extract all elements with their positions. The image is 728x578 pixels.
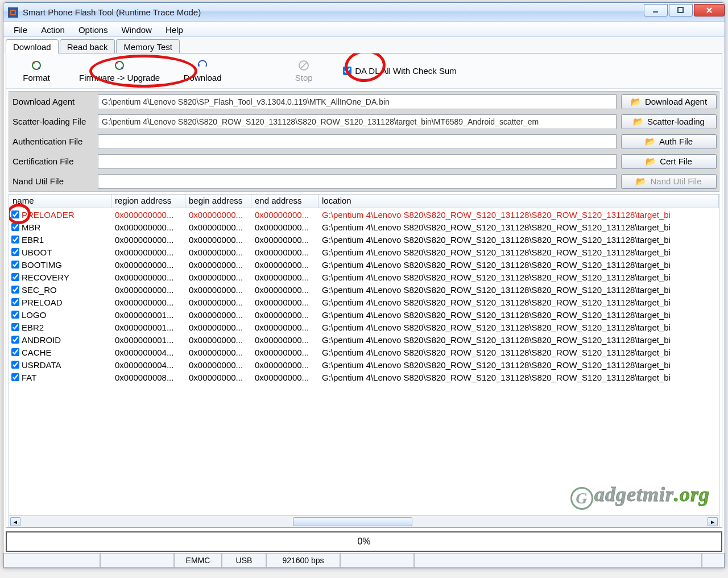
row-location: G:\pentium 4\Lenovo S820\S820_ROW_S120_1… (318, 272, 719, 283)
firmware-upgrade-icon (113, 59, 126, 72)
table-row[interactable]: EBR20x000000001...0x00000000...0x0000000… (9, 321, 719, 333)
row-checkbox[interactable] (11, 286, 19, 294)
row-checkbox[interactable] (11, 210, 19, 218)
table-row[interactable]: PRELOAD0x000000000...0x00000000...0x0000… (9, 296, 719, 308)
row-checkbox[interactable] (11, 223, 19, 231)
table-row[interactable]: RECOVERY0x000000000...0x00000000...0x000… (9, 271, 719, 283)
table-row[interactable]: CACHE0x000000004...0x00000000...0x000000… (9, 346, 719, 358)
format-button[interactable]: Format (12, 57, 61, 85)
tab-read-back[interactable]: Read back (60, 39, 115, 53)
row-name: PRELOAD (22, 298, 63, 307)
partition-table-body[interactable]: PRELOADER0x000000000...0x00000000...0x00… (9, 208, 719, 515)
row-end: 0x00000000... (251, 297, 318, 308)
row-begin: 0x00000000... (185, 222, 251, 233)
horizontal-scrollbar[interactable]: ◄ ► (9, 515, 719, 527)
col-begin[interactable]: begin address (185, 195, 251, 208)
row-checkbox[interactable] (11, 261, 19, 269)
tab-panel-download: Format Firmware -> Upgrade Download Stop (6, 53, 722, 528)
status-cell-usb: USB (222, 554, 266, 568)
row-location: G:\pentium 4\Lenovo S820\S820_ROW_S120_1… (318, 309, 719, 320)
scroll-right-icon[interactable]: ► (708, 517, 718, 526)
menu-options[interactable]: Options (72, 24, 115, 36)
partition-table: name region address begin address end ad… (9, 194, 719, 527)
progress-text: 0% (357, 536, 370, 547)
tab-memory-test[interactable]: Memory Test (116, 39, 180, 53)
cert-browse[interactable]: 📂Cert File (621, 154, 717, 169)
cert-field[interactable] (98, 154, 617, 169)
download-agent-field[interactable]: G:\pentium 4\Lenovo S820\SP_Flash_Tool_v… (98, 94, 617, 109)
scatter-browse[interactable]: 📂Scatter-loading (621, 114, 717, 129)
da-checksum-label: DA DL All With Check Sum (355, 66, 457, 76)
table-row[interactable]: SEC_RO0x000000000...0x00000000...0x00000… (9, 283, 719, 296)
folder-icon: 📂 (633, 117, 644, 127)
row-checkbox[interactable] (11, 323, 19, 331)
table-row[interactable]: EBR10x000000000...0x00000000...0x0000000… (9, 233, 719, 246)
da-checksum-checkbox[interactable] (343, 67, 351, 75)
progress-bar: 0% (6, 531, 722, 552)
table-row[interactable]: UBOOT0x000000000...0x00000000...0x000000… (9, 246, 719, 258)
row-begin: 0x00000000... (185, 272, 251, 283)
status-cell-1 (100, 554, 174, 568)
row-checkbox[interactable] (11, 311, 19, 319)
menu-file[interactable]: File (7, 24, 34, 36)
scatter-field[interactable]: G:\pentium 4\Lenovo S820\S820_ROW_S120_1… (98, 114, 617, 129)
menu-help[interactable]: Help (159, 24, 190, 36)
row-end: 0x00000000... (251, 372, 318, 383)
row-checkbox[interactable] (11, 361, 19, 369)
table-row[interactable]: USRDATA0x000000004...0x00000000...0x0000… (9, 358, 719, 371)
row-checkbox[interactable] (11, 236, 19, 243)
scroll-left-icon[interactable]: ◄ (10, 517, 20, 526)
scroll-thumb[interactable] (293, 517, 412, 526)
stop-label: Stop (295, 73, 313, 82)
row-region: 0x000000000... (111, 259, 185, 270)
table-row[interactable]: ANDROID0x000000001...0x00000000...0x0000… (9, 333, 719, 346)
row-location: G:\pentium 4\Lenovo S820\S820_ROW_S120_1… (318, 322, 719, 333)
col-end[interactable]: end address (251, 195, 318, 208)
col-name[interactable]: name (9, 195, 111, 208)
auth-browse[interactable]: 📂Auth File (621, 134, 717, 149)
row-location: G:\pentium 4\Lenovo S820\S820_ROW_S120_1… (318, 209, 719, 220)
download-button[interactable]: Download (178, 57, 227, 85)
tab-strip: Download Read back Memory Test (3, 37, 725, 53)
da-checksum-option[interactable]: DA DL All With Check Sum (343, 66, 457, 76)
table-row[interactable]: MBR0x000000000...0x00000000...0x00000000… (9, 221, 719, 233)
row-region: 0x000000000... (111, 247, 185, 258)
window-title: Smart Phone Flash Tool (Runtime Trace Mo… (23, 7, 201, 17)
folder-icon: 📂 (645, 137, 656, 147)
row-checkbox[interactable] (11, 348, 19, 356)
download-icon (196, 59, 209, 72)
row-checkbox[interactable] (11, 248, 19, 256)
row-end: 0x00000000... (251, 322, 318, 333)
row-checkbox[interactable] (11, 298, 19, 306)
table-row[interactable]: BOOTIMG0x000000000...0x00000000...0x0000… (9, 258, 719, 271)
close-button[interactable] (694, 4, 725, 16)
table-row[interactable]: PRELOADER0x000000000...0x00000000...0x00… (9, 208, 719, 221)
auth-field[interactable] (98, 134, 617, 149)
row-name: MBR (22, 222, 40, 232)
row-end: 0x00000000... (251, 309, 318, 320)
firmware-upgrade-button[interactable]: Firmware -> Upgrade (76, 57, 163, 85)
maximize-button[interactable] (669, 4, 693, 16)
row-checkbox[interactable] (11, 273, 19, 281)
download-agent-browse[interactable]: 📂Download Agent (621, 94, 717, 109)
row-begin: 0x00000000... (185, 284, 251, 295)
table-row[interactable]: LOGO0x000000001...0x00000000...0x0000000… (9, 308, 719, 321)
folder-icon: 📂 (636, 176, 647, 187)
menu-action[interactable]: Action (34, 24, 72, 36)
row-location: G:\pentium 4\Lenovo S820\S820_ROW_S120_1… (318, 234, 719, 245)
nand-field[interactable] (98, 174, 617, 189)
minimize-button[interactable] (644, 4, 668, 16)
row-region: 0x000000004... (111, 360, 185, 370)
tab-download[interactable]: Download (6, 39, 59, 53)
menu-window[interactable]: Window (115, 24, 159, 36)
table-row[interactable]: FAT0x000000008...0x00000000...0x00000000… (9, 371, 719, 383)
col-location[interactable]: location (318, 195, 719, 208)
row-location: G:\pentium 4\Lenovo S820\S820_ROW_S120_1… (318, 297, 719, 308)
row-region: 0x000000000... (111, 209, 185, 220)
row-checkbox[interactable] (11, 336, 19, 344)
col-region[interactable]: region address (111, 195, 185, 208)
row-checkbox[interactable] (11, 373, 19, 381)
row-end: 0x00000000... (251, 347, 318, 358)
row-end: 0x00000000... (251, 335, 318, 345)
row-name: FAT (22, 373, 36, 382)
